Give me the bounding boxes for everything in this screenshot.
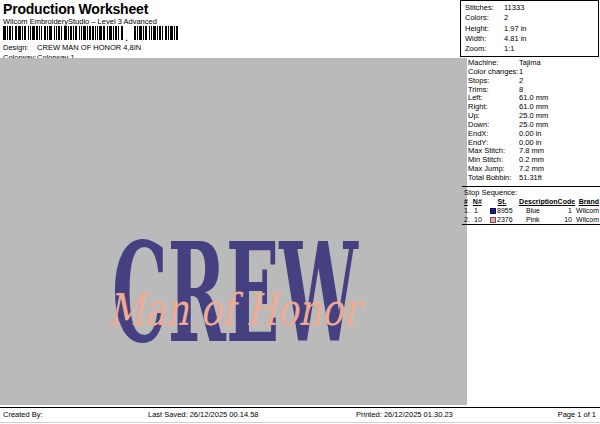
stitch-summary-box: Stitches:11333 Colors:2 Height:1.97 in W… (460, 0, 599, 57)
design-label: Design: (3, 43, 35, 52)
thread-color-swatch-pink (490, 217, 496, 223)
design-canvas: CREW Man of Honor (0, 58, 467, 405)
footer-printed: Printed: 26/12/2025 01.30.23 (356, 410, 453, 419)
embroidery-design: CREW Man of Honor (0, 58, 467, 405)
panel-divider-bottom (462, 224, 600, 225)
design-row: Design: CREW MAN OF HONOR 4,8IN (3, 43, 141, 52)
summary-row-stitches: Stitches:11333 (465, 3, 598, 13)
page-title: Production Worksheet (3, 1, 148, 17)
stop-sequence-header-row: # N# St. Description Code Brand (464, 198, 599, 207)
stop-sequence-title: Stop Sequence: (464, 188, 599, 197)
footer-created-by: Created By: (3, 410, 43, 419)
production-worksheet-page: { "header": { "title": "Production Works… (0, 0, 600, 424)
summary-row-zoom: Zoom:1:1 (465, 44, 598, 54)
stop-sequence-section: Stop Sequence: # N# St. Description Code… (462, 188, 599, 224)
app-subtitle: Wilcom EmbroideryStudio – Level 3 Advanc… (3, 17, 157, 26)
thread-color-swatch-blue (490, 208, 496, 214)
svg-text:,: , (125, 31, 128, 41)
footer-divider (0, 407, 600, 408)
footer-last-saved: Last Saved: 26/12/2025 00.14.58 (148, 410, 259, 419)
stop-sequence-row: 1. 1 8955 Blue 1 Wilcom (464, 207, 599, 216)
panel-divider-top (462, 186, 600, 187)
machine-info-panel: Machine:Tajima Color changes:1 Stops:2 T… (462, 59, 600, 183)
footer-page-number: Page 1 of 1 (558, 410, 596, 419)
summary-row-width: Width:4.81 in (465, 34, 598, 44)
summary-row-colors: Colors:2 (465, 13, 598, 23)
design-script-text: Man of Honor (108, 284, 365, 335)
summary-row-height: Height:1.97 in (465, 24, 598, 34)
info-row-total-bobbin: Total Bobbin:51.31ft (468, 174, 600, 183)
barcode-icon: , (3, 26, 179, 41)
design-name: CREW MAN OF HONOR 4,8IN (37, 43, 141, 52)
page-bottom-edge (0, 422, 600, 423)
